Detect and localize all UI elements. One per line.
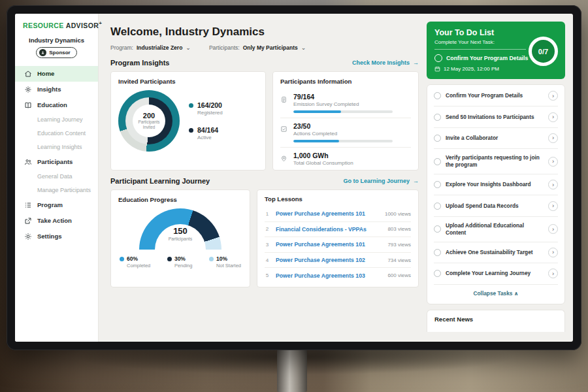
- brand-resource: RESOURCE: [23, 22, 64, 29]
- sidebar-subitem-label: General Data: [37, 173, 73, 180]
- education-gauge: 150 Participants: [139, 208, 221, 250]
- task-checkbox-icon[interactable]: [434, 270, 441, 277]
- chevron-right-icon[interactable]: ›: [548, 157, 558, 167]
- sidebar-item-manage-participants[interactable]: Manage Participants: [15, 184, 98, 197]
- sidebar-item-education-content[interactable]: Education Content: [15, 127, 98, 140]
- sidebar-item-take-action[interactable]: Take Action: [15, 213, 98, 229]
- task-row[interactable]: Explore Your Insights Dashboard ›: [434, 174, 558, 195]
- task-checkbox-icon[interactable]: [434, 181, 441, 188]
- check-square-icon: [280, 123, 287, 131]
- actions-progress-bar: [293, 140, 393, 142]
- task-checkbox-icon[interactable]: [434, 225, 441, 233]
- education-legend: 60% Completed 30% Pending 10% Not Starte…: [118, 255, 242, 269]
- task-checkbox-icon[interactable]: [434, 158, 441, 165]
- task-row[interactable]: Achieve One Sustainability Target ›: [434, 242, 558, 263]
- lesson-link[interactable]: Power Purchase Agreements 103: [276, 272, 382, 279]
- todo-next-task[interactable]: Confirm Your Program Details: [434, 54, 532, 62]
- sidebar-item-settings[interactable]: Settings: [15, 229, 98, 244]
- task-checkbox-icon[interactable]: [434, 114, 441, 121]
- participants-dropdown-value: Only My Participants: [243, 44, 298, 51]
- program-insights-header: Program Insights Check More Insights →: [110, 59, 419, 67]
- chevron-down-icon: ⌄: [186, 45, 191, 51]
- todo-progress-ring: 0/7: [529, 37, 558, 66]
- education-center-value: 150: [139, 226, 221, 236]
- todo-next-task-label: Confirm Your Program Details: [446, 55, 528, 61]
- chevron-right-icon[interactable]: ›: [548, 248, 558, 257]
- lesson-link[interactable]: Power Purchase Agreements 101: [276, 210, 379, 217]
- invited-center-value: 200: [143, 112, 155, 120]
- task-label: Upload Additional Educational Content: [446, 222, 544, 237]
- invited-center-label: Participants Invited: [136, 120, 162, 130]
- program-dropdown[interactable]: Program: Industrialize Zero ⌄: [110, 44, 191, 51]
- active-label: Active: [197, 135, 218, 140]
- sidebar-item-home[interactable]: Home: [15, 66, 98, 82]
- chevron-right-icon[interactable]: ›: [548, 91, 558, 101]
- page-title: Welcome, Industry Dynamics: [110, 25, 419, 39]
- calendar-icon: [434, 66, 440, 72]
- chevron-right-icon[interactable]: ›: [548, 201, 558, 211]
- education-card-title: Education Progress: [118, 196, 242, 203]
- lesson-views: 1000 views: [385, 211, 411, 217]
- filters-row: Program: Industrialize Zero ⌄ Participan…: [110, 44, 419, 51]
- check-more-insights-label: Check More Insights: [352, 59, 410, 66]
- gear-icon: [24, 233, 32, 240]
- task-checkbox-icon[interactable]: [434, 92, 441, 99]
- task-row[interactable]: Upload Spend Data Records ›: [434, 195, 558, 216]
- info-row-consumption: 1,000 GWh Total Global Consumption: [280, 148, 411, 171]
- task-checkbox-icon[interactable]: [434, 249, 441, 256]
- check-more-insights-link[interactable]: Check More Insights →: [352, 59, 419, 66]
- task-label: Send 50 Invitations to Participants: [446, 114, 544, 121]
- list-icon: [24, 201, 32, 209]
- chevron-right-icon[interactable]: ›: [548, 112, 558, 122]
- todo-progress-value: 0/7: [538, 48, 548, 56]
- sponsor-badge[interactable]: Sponsor: [36, 47, 76, 58]
- task-row[interactable]: Invite a Collaborator ›: [434, 128, 558, 149]
- task-row[interactable]: Complete Your Learning Journey ›: [434, 263, 558, 284]
- task-checkbox-icon[interactable]: [434, 203, 441, 210]
- task-checkbox-icon[interactable]: [434, 54, 442, 62]
- sidebar-item-learning-journey[interactable]: Learning Journey: [15, 113, 98, 127]
- people-icon: [24, 158, 32, 166]
- lesson-views: 793 views: [387, 242, 411, 248]
- task-row[interactable]: Confirm Your Program Details ›: [434, 86, 558, 106]
- sidebar-item-education[interactable]: Education: [15, 97, 98, 113]
- book-icon: [24, 101, 32, 109]
- learning-cards-row: Education Progress 150 Participants 60: [110, 189, 419, 287]
- not-started-label: Not Started: [216, 263, 241, 269]
- chevron-right-icon[interactable]: ›: [548, 133, 558, 143]
- chevron-right-icon[interactable]: ›: [548, 224, 558, 234]
- participants-dropdown-label: Participants:: [209, 44, 240, 51]
- lesson-link[interactable]: Financial Considerations - VPPAs: [276, 226, 382, 233]
- sidebar-item-label: Insights: [37, 86, 61, 93]
- collapse-tasks-link[interactable]: Collapse Tasks ∧: [434, 285, 558, 302]
- lesson-link[interactable]: Power Purchase Agreements 101: [276, 241, 382, 248]
- sidebar-item-general-data[interactable]: General Data: [15, 170, 98, 184]
- todo-due-date: 12 May 2025, 12:00 PM: [434, 66, 557, 72]
- sponsor-badge-label: Sponsor: [49, 50, 70, 56]
- recent-news-header[interactable]: Recent News: [427, 310, 565, 332]
- go-to-learning-journey-link[interactable]: Go to Learning Journey →: [343, 178, 419, 184]
- lesson-rank: 5: [265, 272, 270, 278]
- program-dropdown-value: Industrialize Zero: [137, 44, 182, 51]
- legend-registered: 164/200 Registered: [189, 101, 223, 116]
- sidebar-item-participants[interactable]: Participants: [15, 154, 98, 170]
- sidebar-item-insights[interactable]: Insights: [15, 82, 98, 97]
- chevron-right-icon[interactable]: ›: [548, 180, 558, 189]
- lesson-row: 2 Financial Considerations - VPPAs 803 v…: [265, 222, 411, 238]
- chevron-right-icon[interactable]: ›: [548, 269, 558, 278]
- sidebar-item-learning-insights[interactable]: Learning Insights: [15, 140, 98, 154]
- task-row[interactable]: Send 50 Invitations to Participants ›: [434, 106, 558, 127]
- registered-label: Registered: [197, 110, 223, 116]
- task-row[interactable]: Upload Additional Educational Content ›: [434, 217, 558, 242]
- clipboard-icon: [280, 94, 287, 101]
- task-checkbox-icon[interactable]: [434, 135, 441, 142]
- lesson-link[interactable]: Power Purchase Agreements 102: [276, 257, 382, 263]
- not-started-pct: 10%: [216, 255, 227, 262]
- task-row[interactable]: Verify participants requesting to join t…: [434, 149, 558, 174]
- legend-not-started: 10% Not Started: [209, 255, 241, 269]
- sidebar-item-program[interactable]: Program: [15, 197, 98, 213]
- participants-dropdown[interactable]: Participants: Only My Participants ⌄: [209, 44, 306, 51]
- lesson-row: 4 Power Purchase Agreements 102 734 view…: [265, 253, 411, 269]
- task-label: Achieve One Sustainability Target: [446, 249, 544, 256]
- home-icon: [24, 70, 32, 78]
